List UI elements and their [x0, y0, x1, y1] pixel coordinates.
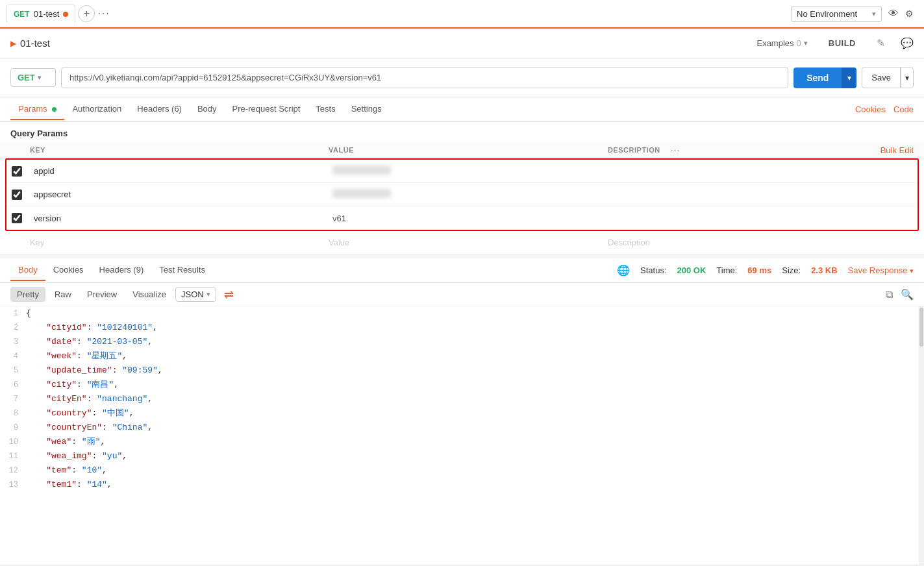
url-bar: GET ▾ Send ▾ Save ▾ [0, 58, 924, 97]
param-row-appid: appid [6, 160, 918, 183]
sliders-icon[interactable]: ⚙ [905, 8, 914, 19]
format-pretty[interactable]: Pretty [10, 287, 45, 302]
code-line-10: 10 "wea": "雨", [0, 435, 924, 449]
description-header-row: DESCRIPTION ··· Bulk Edit [608, 145, 914, 155]
eye-icon[interactable]: 👁 [888, 8, 899, 19]
code-line-8: 8 "country": "中国", [0, 406, 924, 421]
examples-dropdown-icon: ▾ [804, 39, 808, 47]
tab-more-button[interactable]: ··· [97, 8, 110, 19]
send-dropdown-button[interactable]: ▾ [842, 68, 856, 88]
key-appsecret: appsecret [31, 190, 330, 199]
tab-headers[interactable]: Headers (6) [129, 99, 190, 120]
params-outline-box: appid appsecret version v61 [5, 158, 919, 231]
save-response-dropdown-icon: ▾ [910, 267, 914, 275]
response-tab-test-results[interactable]: Test Results [151, 260, 213, 281]
tab-body[interactable]: Body [190, 99, 225, 120]
value-appid [330, 166, 609, 177]
save-response-button[interactable]: Save Response ▾ [848, 265, 914, 275]
code-line-7: 7 "cityEn": "nanchang", [0, 392, 924, 406]
copy-icon[interactable]: ⧉ [886, 289, 893, 301]
code-line-4: 4 "week": "星期五", [0, 349, 924, 363]
checkbox-version[interactable] [12, 213, 22, 223]
url-input[interactable] [61, 67, 788, 88]
method-select[interactable]: GET ▾ [10, 68, 56, 87]
cookies-link[interactable]: Cookies [855, 105, 886, 114]
top-tab-bar-wrapper: GET 01-test + ··· No Environment ▾ 👁 ⚙ [0, 0, 924, 29]
code-line-2: 2 "cityid": "101240101", [0, 321, 924, 335]
tab-unsaved-dot [63, 12, 68, 17]
query-params-section: Query Params KEY VALUE DESCRIPTION ··· B… [0, 122, 924, 254]
examples-count: 0 [797, 38, 801, 48]
checkbox-appsecret[interactable] [12, 190, 22, 200]
request-tab-01-test[interactable]: GET 01-test [6, 5, 75, 23]
comment-icon[interactable]: 💬 [901, 37, 914, 49]
tab-authorization[interactable]: Authorization [64, 99, 129, 120]
code-line-3: 3 "date": "2021-03-05", [0, 335, 924, 349]
add-key-placeholder[interactable]: Key [30, 238, 329, 247]
response-section: Body Cookies Headers (9) Test Results 🌐 … [0, 254, 924, 566]
response-code-area: 1 { 2 "cityid": "101240101", 3 "date": "… [0, 306, 924, 565]
tab-right-links: Cookies Code [855, 105, 914, 114]
key-header: KEY [30, 146, 329, 154]
size-label: Size: [782, 265, 801, 275]
status-label: Status: [640, 265, 666, 275]
value-appsecret [330, 189, 609, 200]
response-toolbar: Pretty Raw Preview Visualize JSON ▾ ⇌ ⧉ … [0, 283, 924, 306]
code-line-13: 13 "tem1": "14", [0, 478, 924, 492]
response-status-bar: 🌐 Status: 200 OK Time: 69 ms Size: 2.3 K… [617, 264, 914, 277]
key-appid: appid [31, 166, 330, 176]
build-button[interactable]: BUILD [829, 38, 856, 48]
save-dropdown-button[interactable]: ▾ [901, 67, 914, 88]
response-size: 2.3 KB [811, 265, 837, 275]
more-icon[interactable]: ··· [671, 145, 681, 155]
tab-params[interactable]: Params [10, 99, 64, 120]
tab-pre-request[interactable]: Pre-request Script [225, 99, 308, 120]
add-param-row: Key Value Description [0, 231, 924, 254]
format-preview[interactable]: Preview [81, 287, 123, 302]
env-bar: No Environment ▾ 👁 ⚙ [780, 6, 924, 22]
code-link[interactable]: Code [893, 105, 914, 114]
save-button[interactable]: Save [862, 67, 901, 88]
send-button[interactable]: Send [793, 68, 842, 88]
query-params-title: Query Params [0, 122, 924, 142]
scrollbar-track[interactable] [919, 306, 924, 565]
edit-icon[interactable]: ✎ [877, 37, 885, 49]
globe-icon[interactable]: 🌐 [617, 264, 630, 277]
request-title-bar: ▶ 01-test Examples 0 ▾ BUILD ✎ 💬 [0, 29, 924, 58]
add-tab-button[interactable]: + [78, 5, 95, 22]
code-line-9: 9 "countryEn": "China", [0, 421, 924, 435]
code-line-1: 1 { [0, 306, 924, 321]
tab-settings[interactable]: Settings [343, 99, 390, 120]
json-format-select[interactable]: JSON ▾ [175, 287, 216, 302]
response-tab-body[interactable]: Body [10, 260, 45, 281]
method-dropdown-arrow: ▾ [38, 74, 41, 81]
method-value: GET [18, 73, 35, 82]
response-tabs-bar: Body Cookies Headers (9) Test Results 🌐 … [0, 258, 924, 283]
param-row-version: version v61 [6, 206, 918, 230]
value-header: VALUE [329, 146, 608, 154]
param-row-appsecret: appsecret [6, 183, 918, 206]
wrap-icon[interactable]: ⇌ [224, 288, 234, 302]
expand-arrow-icon[interactable]: ▶ [10, 39, 16, 48]
tab-request-name: 01-test [34, 9, 60, 19]
bulk-edit-button[interactable]: Bulk Edit [880, 145, 914, 155]
tab-tests[interactable]: Tests [308, 99, 343, 120]
examples-button[interactable]: Examples 0 ▾ [756, 38, 807, 48]
add-description-placeholder[interactable]: Description [608, 238, 914, 247]
value-version: v61 [330, 214, 609, 223]
environment-select[interactable]: No Environment ▾ [791, 6, 882, 22]
add-value-placeholder[interactable]: Value [329, 238, 608, 247]
search-icon[interactable]: 🔍 [901, 288, 914, 301]
format-raw[interactable]: Raw [48, 287, 78, 302]
request-tabs-bar: Params Authorization Headers (6) Body Pr… [0, 97, 924, 122]
format-visualize[interactable]: Visualize [126, 287, 173, 302]
response-tab-cookies[interactable]: Cookies [45, 260, 92, 281]
request-title: 01-test [20, 38, 50, 49]
code-line-12: 12 "tem": "10", [0, 463, 924, 478]
scrollbar-thumb[interactable] [919, 308, 923, 347]
json-dropdown-arrow: ▾ [206, 290, 210, 299]
description-header: DESCRIPTION [608, 146, 660, 154]
response-time: 69 ms [747, 265, 771, 275]
response-tab-headers[interactable]: Headers (9) [92, 260, 152, 281]
checkbox-appid[interactable] [12, 166, 22, 177]
